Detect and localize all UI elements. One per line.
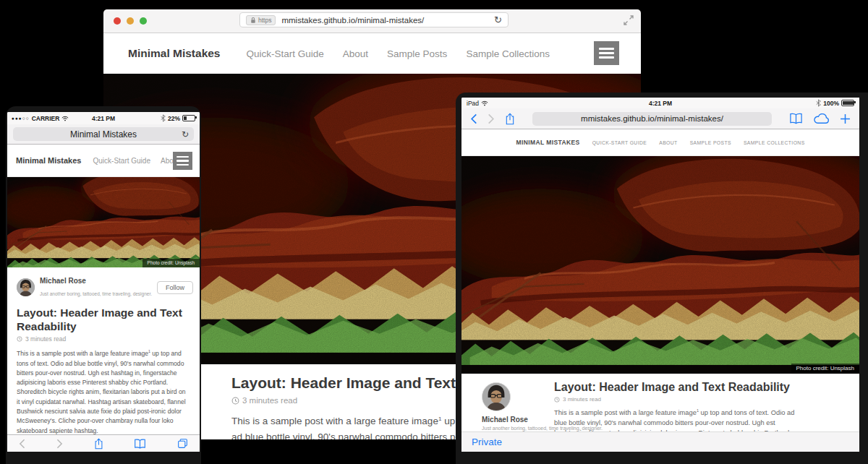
desktop-titlebar: https mmistakes.github.io/minimal-mistak… <box>103 9 641 33</box>
https-label: https <box>258 17 271 24</box>
share-icon[interactable] <box>94 438 103 450</box>
body-rest: up top and tons of text. Odio ad blue bo… <box>17 350 186 434</box>
tabs-icon[interactable] <box>177 438 188 449</box>
read-time: 3 minutes read <box>554 396 832 403</box>
page-title: Minimal Mistakes <box>70 129 137 139</box>
private-button[interactable]: Private <box>472 437 502 447</box>
read-time-label: 3 minutes read <box>242 396 297 405</box>
iphone-site-nav: Minimal Mistakes Quick-Start Guide About <box>7 145 200 177</box>
reload-icon[interactable]: ↻ <box>182 129 189 139</box>
ipad-browser-toolbar: mmistakes.github.io/minimal-mistakes/ <box>461 108 859 129</box>
post-hero-image: Photo credit: Unsplash <box>7 177 200 267</box>
menu-button[interactable] <box>173 152 192 170</box>
ipad-screen: iPad 4:21 PM 100% mmistakes.github.io/mi… <box>461 98 859 452</box>
forward-icon[interactable] <box>56 439 63 449</box>
ipad-status-bar: iPad 4:21 PM 100% <box>461 98 859 108</box>
nav-sample-collections[interactable]: SAMPLE COLLECTIONS <box>744 140 805 145</box>
fullscreen-icon[interactable] <box>624 15 634 25</box>
photo-credit: Photo credit: Unsplash <box>791 364 860 374</box>
battery-icon <box>841 100 854 106</box>
iphone-status-bar: ●●●○○ CARRIER 4:21 PM 22% <box>7 112 200 124</box>
iphone-address-bar[interactable]: Minimal Mistakes ↻ <box>13 127 194 141</box>
composite-stage: https mmistakes.github.io/minimal-mistak… <box>0 0 868 464</box>
clock-icon <box>231 397 239 405</box>
zoom-window-icon[interactable] <box>140 17 147 25</box>
menu-button[interactable] <box>594 41 619 65</box>
post-title: Layout: Header Image and Text Readabilit… <box>17 306 190 333</box>
new-tab-icon[interactable] <box>840 113 851 124</box>
share-icon[interactable] <box>505 113 515 125</box>
clock-icon <box>17 336 22 342</box>
photo-credit: Photo credit: Unsplash <box>142 259 200 267</box>
clock-icon <box>554 397 560 403</box>
iphone-bottom-toolbar <box>7 434 200 452</box>
author-name: Michael Rose <box>482 416 554 424</box>
desktop-address-bar[interactable]: https mmistakes.github.io/minimal-mistak… <box>239 12 509 27</box>
author-row: Michael Rose Just another boring, tattoo… <box>17 276 190 298</box>
ipad-post-content: Michael Rose Just another boring, tattoo… <box>461 374 859 434</box>
iphone-post-content: Michael Rose Just another boring, tattoo… <box>7 267 200 437</box>
author-bio: Just another boring, tattooed, time trav… <box>482 426 554 431</box>
desktop-site-nav: Minimal Mistakes Quick-Start Guide About… <box>103 33 641 74</box>
author-name: Michael Rose <box>40 276 152 285</box>
nav-quick-start-guide[interactable]: Quick-Start Guide <box>247 48 324 59</box>
site-brand[interactable]: Minimal Mistakes <box>16 156 81 165</box>
back-icon[interactable] <box>19 439 25 449</box>
post-hero-image: Photo credit: Unsplash <box>461 156 859 374</box>
leaves-photo <box>461 156 859 374</box>
https-badge: https <box>246 15 276 25</box>
status-time: 4:21 PM <box>461 100 859 107</box>
iphone-device: ●●●○○ CARRIER 4:21 PM 22% Minimal Mistak… <box>6 106 201 464</box>
bookmarks-icon[interactable] <box>134 439 146 449</box>
battery-icon <box>182 115 195 121</box>
icloud-tabs-icon[interactable] <box>813 113 830 124</box>
author-sidebar: Michael Rose Just another boring, tattoo… <box>461 374 554 434</box>
read-time: 3 minutes read <box>17 335 190 343</box>
nav-sample-posts[interactable]: SAMPLE POSTS <box>690 140 731 145</box>
nav-quick-start-guide[interactable]: QUICK-START GUIDE <box>592 140 647 145</box>
read-time-label: 3 minutes read <box>25 335 66 343</box>
leaves-photo <box>7 177 200 267</box>
minimize-window-icon[interactable] <box>127 17 134 25</box>
post-title: Layout: Header Image and Text Readabilit… <box>554 381 832 394</box>
close-window-icon[interactable] <box>114 17 121 25</box>
back-icon[interactable] <box>470 113 477 124</box>
body-lead: This is a sample post with a large featu… <box>231 416 438 426</box>
author-avatar <box>17 278 35 296</box>
read-time-label: 3 minutes read <box>563 396 601 403</box>
nav-sample-posts[interactable]: Sample Posts <box>387 48 447 59</box>
post-body: This is a sample post with a large featu… <box>554 408 800 434</box>
ipad-site-nav: MINIMAL MISTAKES QUICK-START GUIDE ABOUT… <box>461 129 859 156</box>
ipad-device: iPad 4:21 PM 100% mmistakes.github.io/mi… <box>456 93 868 464</box>
author-bio: Just another boring, tattooed, time trav… <box>40 291 152 296</box>
follow-button[interactable]: Follow <box>157 281 193 294</box>
body-lead: This is a sample post with a large featu… <box>17 350 148 357</box>
author-avatar <box>482 382 511 411</box>
url-text: mmistakes.github.io/minimal-mistakes/ <box>281 16 488 25</box>
post-main: Layout: Header Image and Text Readabilit… <box>554 374 859 434</box>
nav-quick-start-guide[interactable]: Quick-Start Guide <box>93 157 150 165</box>
nav-sample-collections[interactable]: Sample Collections <box>466 48 550 59</box>
body-lead: This is a sample post with a large featu… <box>554 409 697 416</box>
reload-icon[interactable]: ↻ <box>494 15 502 25</box>
forward-icon[interactable] <box>488 113 495 124</box>
private-browsing-bar: Private <box>461 431 859 452</box>
url-text: mmistakes.github.io/minimal-mistakes/ <box>581 114 723 123</box>
site-brand[interactable]: MINIMAL MISTAKES <box>516 139 579 146</box>
iphone-url-bar-row: Minimal Mistakes ↻ <box>7 124 200 145</box>
bookmarks-icon[interactable] <box>789 113 803 124</box>
status-time: 4:21 PM <box>7 115 200 122</box>
nav-about[interactable]: ABOUT <box>659 140 677 145</box>
ipad-address-bar[interactable]: mmistakes.github.io/minimal-mistakes/ <box>532 112 772 126</box>
site-brand[interactable]: Minimal Mistakes <box>128 47 221 60</box>
post-body: This is a sample post with a large featu… <box>17 349 190 436</box>
iphone-screen: ●●●○○ CARRIER 4:21 PM 22% Minimal Mistak… <box>7 112 200 452</box>
lock-icon <box>250 17 256 24</box>
nav-about[interactable]: About <box>343 48 368 59</box>
window-controls <box>114 17 147 25</box>
